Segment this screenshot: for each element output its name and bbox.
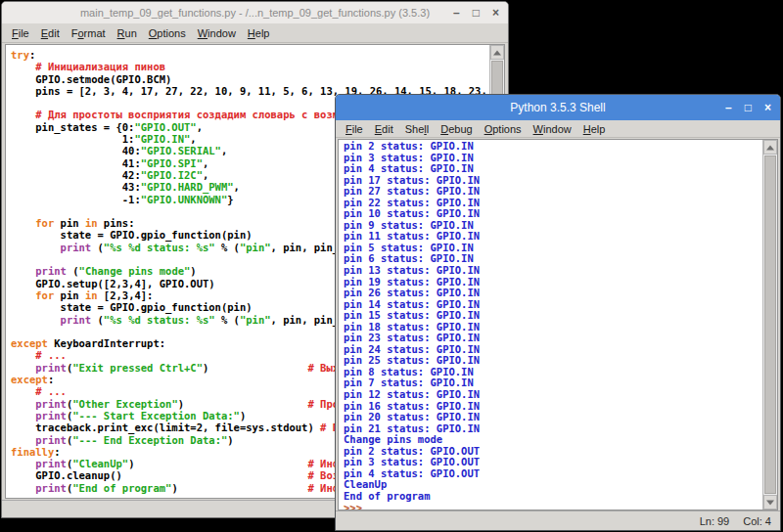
menu-item-edit[interactable]: Edit: [369, 121, 399, 137]
editor-window-title: main_temp_09_get_functions.py - /...n_te…: [80, 7, 430, 19]
code-line: GPIO.setmode(GPIO.BCM): [11, 73, 488, 85]
shell-output-line: pin 20 status: GPIO.IN: [344, 412, 761, 423]
shell-window-title: Python 3.5.3 Shell: [510, 101, 605, 114]
menu-item-file[interactable]: File: [340, 121, 369, 137]
shell-output-line: End of program: [344, 491, 761, 503]
code-line: # Инициализация пинов: [11, 61, 488, 72]
shell-window-controls: – □ ×: [725, 95, 771, 120]
editor-titlebar[interactable]: main_temp_09_get_functions.py - /...n_te…: [2, 2, 508, 23]
code-line: try:: [11, 49, 488, 61]
maximize-icon[interactable]: □: [745, 102, 752, 113]
shell-output-line: pin 4 status: GPIO.IN: [344, 163, 761, 175]
menu-item-format[interactable]: Format: [66, 25, 112, 41]
shell-statusbar: Ln: 99 Col: 4: [336, 510, 780, 530]
shell-output: pin 2 status: GPIO.INpin 3 status: GPIO.…: [344, 141, 761, 510]
menu-item-debug[interactable]: Debug: [435, 121, 478, 137]
scroll-up-icon[interactable]: [763, 140, 777, 155]
minimize-icon[interactable]: –: [725, 102, 732, 113]
shell-output-line: pin 4 status: GPIO.OUT: [344, 468, 761, 480]
shell-prompt: >>>: [344, 503, 761, 511]
shell-scrollbar-thumb[interactable]: [764, 155, 776, 494]
shell-text-area[interactable]: pin 2 status: GPIO.INpin 3 status: GPIO.…: [338, 139, 778, 510]
status-line-number: Ln: 99: [700, 515, 730, 527]
menu-item-help[interactable]: Help: [577, 121, 612, 137]
menu-item-file[interactable]: File: [6, 25, 35, 41]
scroll-up-icon[interactable]: [490, 45, 504, 60]
menu-item-help[interactable]: Help: [242, 25, 276, 41]
shell-menubar: FileEditShellDebugOptionsWindowHelp: [336, 120, 780, 138]
menu-item-run[interactable]: Run: [112, 25, 143, 41]
maximize-icon[interactable]: □: [473, 7, 480, 19]
shell-output-line: pin 27 status: GPIO.IN: [344, 186, 761, 198]
shell-output-line: pin 26 status: GPIO.IN: [344, 288, 761, 299]
shell-window: Python 3.5.3 Shell – □ × FileEditShellDe…: [335, 94, 781, 531]
shell-output-line: pin 2 status: GPIO.IN: [344, 141, 761, 153]
menu-item-edit[interactable]: Edit: [35, 25, 66, 41]
shell-scrollbar[interactable]: [762, 140, 777, 510]
shell-output-line: pin 12 status: GPIO.IN: [344, 389, 761, 401]
menu-item-shell[interactable]: Shell: [399, 121, 435, 137]
editor-menubar: FileEditFormatRunOptionsWindowHelp: [2, 23, 508, 43]
menu-item-window[interactable]: Window: [192, 25, 242, 41]
close-icon[interactable]: ×: [764, 102, 771, 113]
shell-output-line: pin 13 status: GPIO.IN: [344, 265, 761, 277]
shell-titlebar[interactable]: Python 3.5.3 Shell – □ ×: [336, 95, 780, 120]
status-column-number: Col: 4: [743, 515, 771, 527]
scroll-down-icon[interactable]: [763, 495, 777, 510]
menu-item-options[interactable]: Options: [143, 25, 192, 41]
editor-window-controls: – □ ×: [453, 2, 499, 23]
menu-item-options[interactable]: Options: [479, 121, 528, 137]
close-icon[interactable]: ×: [492, 7, 499, 19]
menu-item-window[interactable]: Window: [528, 121, 577, 137]
minimize-icon[interactable]: –: [453, 7, 460, 19]
